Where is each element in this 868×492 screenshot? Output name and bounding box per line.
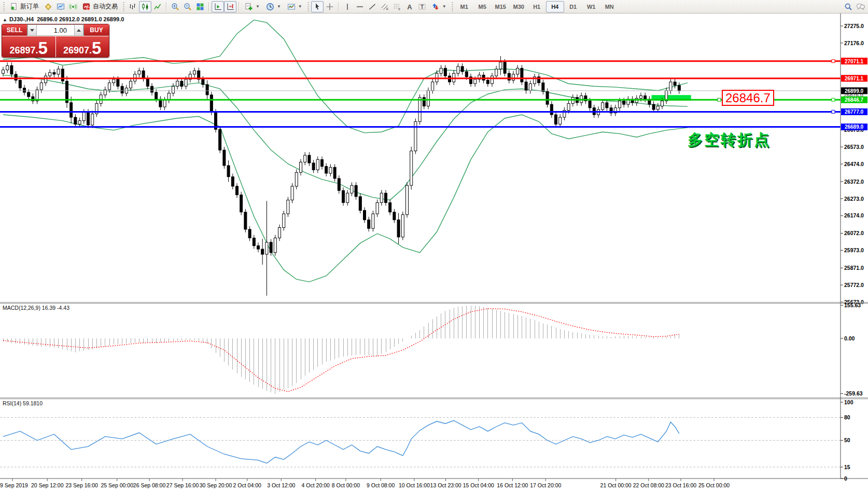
price-annotation-label[interactable]: 26846.7 <box>722 90 774 106</box>
volume-increase-button[interactable] <box>74 24 83 36</box>
trendline-button[interactable] <box>366 1 379 12</box>
periods-clock-icon <box>266 3 274 11</box>
svg-text:4 Oct 20:00: 4 Oct 20:00 <box>302 482 330 488</box>
toolbar-separator <box>338 2 339 11</box>
text-label-button[interactable]: T <box>416 1 428 12</box>
svg-text:25 Oct 00:00: 25 Oct 00:00 <box>698 482 730 488</box>
main-toolbar: 新订单 自动交易 ▼ ▼ <box>0 0 868 13</box>
arrows-icon <box>431 3 440 11</box>
rsi-label: RSI(14) 59.1810 <box>3 400 43 406</box>
line-chart-button[interactable] <box>151 1 164 12</box>
line-handle <box>832 98 835 101</box>
svg-text:26072.0: 26072.0 <box>844 230 864 236</box>
timeframe-button-MN[interactable]: MN <box>600 1 619 12</box>
buy-price[interactable]: 26907.5 <box>56 36 109 57</box>
svg-text:13 Oct 23:00: 13 Oct 23:00 <box>430 482 461 488</box>
chat-button[interactable] <box>855 1 867 12</box>
sell-button[interactable]: SELL <box>2 24 27 36</box>
svg-text:T: T <box>421 4 424 9</box>
svg-text:21 Oct 00:00: 21 Oct 00:00 <box>600 482 632 488</box>
svg-text:0.00: 0.00 <box>844 335 855 341</box>
terminal-icon <box>57 3 65 11</box>
market-watch-icon <box>44 3 52 11</box>
auto-trading-button[interactable]: 自动交易 <box>79 1 121 12</box>
price-labels: 27071.126971.126899.026846.726777.026689… <box>841 58 867 130</box>
bar-chart-button[interactable] <box>127 1 139 12</box>
macd-label: MACD(12,26,9) 16.39 -4.43 <box>3 305 69 311</box>
vertical-line-icon <box>343 3 352 11</box>
time-axis: 19 Sep 201920 Sep 12:0023 Sep 16:0025 Se… <box>0 479 868 488</box>
chart-canvas[interactable]: 27275.027176.026673.026573.026474.026372… <box>0 13 868 492</box>
turning-point-annotation[interactable]: 多空转折点 <box>688 130 771 151</box>
timeframe-button-M30[interactable]: M30 <box>510 1 528 12</box>
auto-scroll-button[interactable] <box>212 1 224 12</box>
svg-text:50: 50 <box>844 437 850 443</box>
arrows-button[interactable]: ▼ <box>428 1 450 12</box>
svg-text:27275.0: 27275.0 <box>844 23 864 29</box>
timeframe-button-W1[interactable]: W1 <box>582 1 600 12</box>
timeframe-button-M15[interactable]: M15 <box>492 1 510 12</box>
svg-text:27071.1: 27071.1 <box>845 59 864 64</box>
svg-text:26971.1: 26971.1 <box>845 76 864 81</box>
chart-header: ▲DJ30-,H4 26896.0 26912.0 26891.0 26899.… <box>3 16 124 22</box>
terminal-button[interactable] <box>54 1 67 12</box>
vertical-line-button[interactable] <box>341 1 354 12</box>
indicators-icon <box>245 3 253 11</box>
svg-text:25 Sep 00:00: 25 Sep 00:00 <box>101 482 134 488</box>
timeframe-button-M5[interactable]: M5 <box>473 1 492 12</box>
equidistant-channel-button[interactable]: E <box>379 1 391 12</box>
collapse-icon[interactable]: ▲ <box>3 17 7 22</box>
one-click-trading-widget: SELL 1.00 BUY 26897.5 26907.5 <box>2 24 109 58</box>
new-order-button[interactable]: 新订单 <box>7 1 42 12</box>
periods-button[interactable]: ▼ <box>263 1 284 12</box>
chart-shift-button[interactable] <box>224 1 236 12</box>
toolbar-grip <box>307 2 310 11</box>
cursor-button[interactable] <box>311 1 324 12</box>
cursor-icon <box>313 3 321 11</box>
candlestick-chart-icon <box>141 3 149 11</box>
svg-text:15 Oct 04:00: 15 Oct 04:00 <box>463 482 494 488</box>
svg-text:16 Oct 12:00: 16 Oct 12:00 <box>497 482 528 488</box>
text-button[interactable]: A <box>403 1 416 12</box>
volume-decrease-button[interactable] <box>27 24 37 36</box>
timeframe-button-H4[interactable]: H4 <box>546 1 564 12</box>
svg-text:E: E <box>386 7 388 10</box>
auto-trading-label: 自动交易 <box>93 2 118 11</box>
tile-windows-button[interactable] <box>194 1 206 12</box>
market-watch-button[interactable] <box>42 1 54 12</box>
horizontal-line-icon <box>356 3 364 11</box>
timeframe-button-M1[interactable]: M1 <box>455 1 473 12</box>
sell-price[interactable]: 26897.5 <box>2 36 55 57</box>
svg-text:155.63: 155.63 <box>844 302 861 308</box>
candlestick-chart-button[interactable] <box>139 1 151 12</box>
svg-text:26 Sep 08:00: 26 Sep 08:00 <box>133 482 166 488</box>
svg-text:0: 0 <box>844 475 847 482</box>
svg-text:2 Oct 04:00: 2 Oct 04:00 <box>233 482 261 488</box>
trendline-icon <box>368 3 376 11</box>
chart-window[interactable]: 27275.027176.026673.026573.026474.026372… <box>0 13 868 492</box>
buy-button[interactable]: BUY <box>84 24 109 36</box>
svg-text:23 Oct 16:00: 23 Oct 16:00 <box>665 482 696 488</box>
crosshair-button[interactable] <box>324 1 336 12</box>
fibonacci-button[interactable]: F <box>391 1 403 12</box>
svg-text:26174.0: 26174.0 <box>844 212 864 218</box>
horizontal-line-button[interactable] <box>354 1 366 12</box>
search-button[interactable] <box>842 1 855 12</box>
chevron-down-icon: ▼ <box>442 4 446 9</box>
zoom-in-button[interactable] <box>169 1 181 12</box>
zoom-out-icon <box>184 3 192 11</box>
templates-button[interactable]: ▼ <box>284 1 305 12</box>
indicators-button[interactable]: ▼ <box>242 1 263 12</box>
timeframe-button-H1[interactable]: H1 <box>528 1 546 12</box>
timeframe-button-D1[interactable]: D1 <box>564 1 582 12</box>
price-axis-ticks: 27275.027176.026673.026573.026474.026372… <box>841 23 864 305</box>
signals-button[interactable] <box>67 1 79 12</box>
svg-text:26273.0: 26273.0 <box>844 196 864 202</box>
volume-input[interactable]: 1.00 <box>37 24 74 36</box>
svg-text:25871.0: 25871.0 <box>844 265 864 271</box>
toolbar-separator <box>208 2 209 11</box>
zoom-out-button[interactable] <box>181 1 194 12</box>
caret-up-icon <box>77 29 81 32</box>
svg-text:9 Oct 08:00: 9 Oct 08:00 <box>367 482 395 488</box>
signals-icon <box>69 3 77 11</box>
